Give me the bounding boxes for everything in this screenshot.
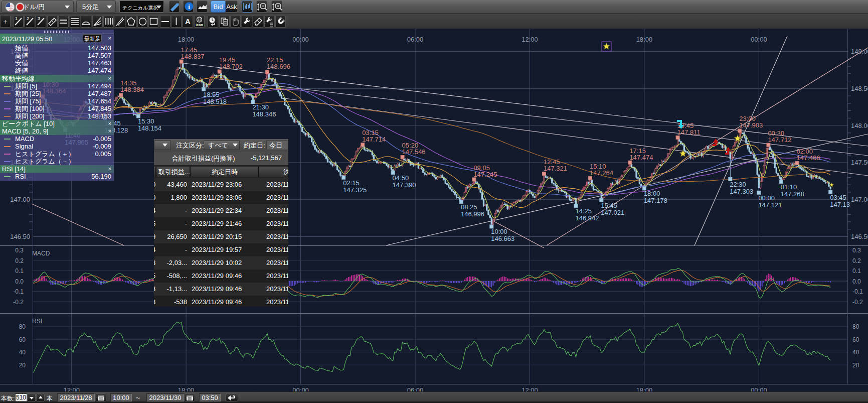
svg-text:147.474: 147.474 [629, 154, 653, 161]
svg-text:147.325: 147.325 [343, 186, 367, 194]
svg-text:06:00: 06:00 [407, 36, 424, 43]
svg-text:18:00: 18:00 [644, 190, 660, 197]
svg-text:60: 60 [852, 336, 859, 343]
svg-text:147.245: 147.245 [473, 171, 497, 178]
svg-text:14:25: 14:25 [576, 207, 592, 215]
svg-text:00:00: 00:00 [292, 386, 309, 391]
svg-text:15:30: 15:30 [138, 117, 154, 125]
svg-text:148.346: 148.346 [252, 110, 276, 118]
svg-text:20: 20 [852, 362, 859, 369]
svg-text:12:00: 12:00 [63, 386, 80, 391]
svg-text:08:25: 08:25 [461, 203, 477, 211]
svg-text:146.942: 146.942 [576, 214, 599, 222]
svg-text:01:10: 01:10 [781, 183, 797, 191]
svg-text:147.264: 147.264 [590, 169, 613, 177]
svg-text:12:00: 12:00 [522, 36, 538, 43]
svg-text:147.00: 147.00 [851, 196, 868, 203]
svg-text:147.714: 147.714 [362, 136, 386, 143]
svg-text:12:00: 12:00 [522, 386, 538, 391]
svg-text:149.00: 149.00 [851, 48, 868, 55]
svg-text:147.546: 147.546 [402, 148, 426, 156]
svg-text:147.178: 147.178 [644, 197, 667, 204]
svg-text:148.702: 148.702 [219, 63, 243, 70]
svg-text:-0.2: -0.2 [852, 299, 863, 306]
svg-text:0.3: 0.3 [852, 247, 861, 254]
svg-text:0.1: 0.1 [852, 267, 861, 275]
svg-text:146.50: 146.50 [10, 233, 30, 240]
svg-text:20: 20 [19, 362, 26, 369]
svg-text:147.268: 147.268 [781, 190, 804, 198]
svg-text:80: 80 [852, 323, 859, 330]
svg-text:147.00: 147.00 [10, 196, 30, 203]
svg-text:18:00: 18:00 [636, 36, 653, 43]
svg-text:15:45: 15:45 [601, 202, 617, 209]
svg-text:1: 1 [15, 16, 18, 21]
svg-text:148.154: 148.154 [138, 124, 161, 132]
svg-text:-0.2: -0.2 [13, 299, 24, 306]
svg-text:03:45: 03:45 [830, 194, 846, 201]
svg-text:147.50: 147.50 [851, 159, 868, 166]
svg-text:148.50: 148.50 [851, 85, 868, 92]
svg-text:148.837: 148.837 [181, 53, 205, 60]
svg-text:00:00: 00:00 [751, 386, 767, 391]
svg-text:147.903: 147.903 [739, 121, 763, 129]
svg-text:40: 40 [19, 349, 26, 356]
svg-text:0.3: 0.3 [15, 247, 24, 254]
svg-text:RSI: RSI [32, 318, 42, 325]
svg-text:04:50: 04:50 [393, 174, 409, 182]
svg-text:148.384: 148.384 [120, 86, 144, 93]
svg-text:60: 60 [19, 336, 26, 343]
svg-text:-0.1: -0.1 [852, 288, 863, 295]
svg-text:0.2: 0.2 [852, 257, 861, 264]
svg-text:146.50: 146.50 [851, 233, 868, 240]
svg-text:148.518: 148.518 [203, 98, 227, 105]
svg-text:147.712: 147.712 [768, 136, 791, 144]
svg-text:06:00: 06:00 [407, 386, 424, 391]
svg-text:80: 80 [19, 323, 26, 330]
svg-text:i: i [188, 3, 190, 11]
svg-text:22:30: 22:30 [730, 181, 746, 188]
svg-text:0.0: 0.0 [852, 278, 861, 285]
svg-text:0.2: 0.2 [15, 257, 24, 264]
svg-text:147.13: 147.13 [830, 201, 850, 208]
svg-text:148.00: 148.00 [851, 122, 868, 129]
svg-text:10:00: 10:00 [491, 228, 507, 235]
svg-text:147.390: 147.390 [393, 181, 416, 189]
svg-text:3: 3 [38, 16, 40, 21]
svg-text:0.0: 0.0 [15, 278, 24, 285]
svg-text:02:15: 02:15 [343, 179, 360, 187]
svg-text:147.021: 147.021 [601, 209, 624, 216]
svg-text:18:00: 18:00 [178, 386, 195, 391]
svg-text:147.303: 147.303 [730, 188, 753, 195]
svg-text:00:00: 00:00 [758, 194, 775, 202]
svg-text:00:00: 00:00 [292, 36, 309, 43]
svg-text:147.466: 147.466 [797, 154, 820, 162]
svg-text:MACD: MACD [32, 250, 50, 257]
svg-text:146.663: 146.663 [491, 235, 514, 242]
svg-text:40: 40 [852, 349, 859, 356]
svg-text:18:00: 18:00 [636, 386, 653, 391]
svg-text:146.996: 146.996 [461, 210, 484, 218]
svg-text:00:00: 00:00 [751, 36, 767, 43]
svg-text:-0.1: -0.1 [13, 288, 24, 295]
svg-text:21:30: 21:30 [252, 103, 269, 111]
svg-text:147.321: 147.321 [544, 165, 567, 172]
svg-text:icon: icon [196, 23, 203, 27]
svg-text:147.121: 147.121 [758, 201, 782, 209]
svg-text:0.1: 0.1 [15, 267, 24, 275]
svg-text:18:55: 18:55 [203, 91, 220, 98]
svg-text:2: 2 [27, 16, 29, 21]
svg-text:18:00: 18:00 [178, 36, 195, 43]
svg-text:147.811: 147.811 [677, 128, 701, 136]
svg-text:148.696: 148.696 [267, 63, 290, 70]
